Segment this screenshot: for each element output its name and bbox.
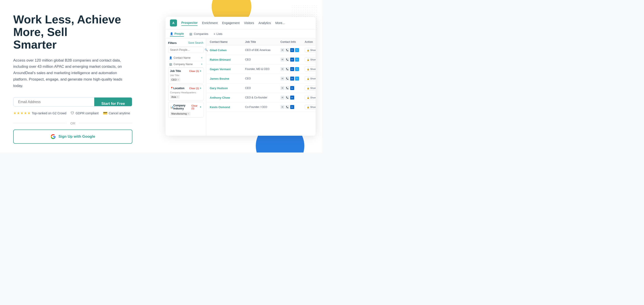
tag-ceo-remove[interactable]: × — [178, 78, 179, 81]
save-search-button[interactable]: Save Search — [188, 41, 204, 44]
nav-prospector[interactable]: Prospector — [182, 20, 198, 26]
twitter-icon[interactable]: 𝕏 — [295, 58, 299, 62]
twitter-icon[interactable]: 𝕏 — [295, 76, 299, 80]
lock-icon: 🔒 — [307, 78, 310, 80]
company-name-label: Company Name — [174, 63, 193, 66]
show-contact-james[interactable]: 🔒 Show Contact — [305, 76, 316, 81]
people-icon: 👤 — [170, 32, 173, 35]
show-contact-gagan[interactable]: 🔒 Show Contact — [305, 67, 316, 72]
location-icon: 📍 — [170, 87, 174, 90]
start-free-button[interactable]: Start for Free — [94, 98, 132, 106]
email-icon: ✉ — [280, 58, 284, 62]
table-row: James Bouine CEO ✉ 📞 in 𝕏 🔒 Show Contact — [206, 74, 316, 84]
page-wrapper: Work Less, Achieve More, Sell Smarter Ac… — [0, 0, 322, 152]
job-title-sub: Job Title: — [170, 74, 202, 76]
contact-info-gilad: ✉ 📞 in 𝕏 — [280, 48, 305, 52]
contact-info-kevin: ✉ 📞 in — [280, 105, 305, 109]
th-contact-info: Contact Info — [280, 40, 305, 44]
table-row: Gary Hudson CEO ✉ 📞 in 🔒 Show Contact Oh… — [206, 84, 316, 93]
phone-icon: 📞 — [285, 86, 289, 90]
show-contact-anthony[interactable]: 🔒 Show Contact — [305, 95, 316, 100]
contact-name-anthony[interactable]: Anthony Chow — [210, 96, 245, 99]
job-title-filter-section: Job Title Clear (1) + Job Title: CEO × — [168, 68, 204, 84]
contact-name-add[interactable]: + — [201, 56, 202, 59]
tag-asia-remove[interactable]: × — [177, 96, 178, 98]
linkedin-icon[interactable]: in — [290, 67, 294, 71]
job-title-header: Job Title Clear (1) + — [170, 70, 202, 72]
cancel-badge: 💳 Cancel anytime — [103, 111, 130, 115]
nav-visitors[interactable]: Visitors — [244, 20, 254, 26]
tag-asia-label: Asia — [172, 96, 176, 98]
location-filter-section: 📍 Location Clear (1) + Company Headquart… — [168, 85, 204, 101]
company-name-add[interactable]: + — [201, 63, 202, 66]
people-search-box[interactable]: 🔍 — [168, 47, 204, 53]
people-search-input[interactable] — [170, 48, 203, 52]
industry-add[interactable]: + — [200, 106, 201, 108]
linkedin-icon[interactable]: in — [290, 105, 294, 109]
contact-info-rahim: ✉ 📞 in 𝕏 — [280, 58, 305, 62]
phone-icon: 📞 — [285, 96, 289, 100]
show-contact-kevin[interactable]: 🔒 Show Contact — [305, 104, 316, 110]
card-icon: 💳 — [103, 111, 108, 115]
linkedin-icon[interactable]: in — [290, 76, 294, 80]
nav-engagement[interactable]: Engagement — [222, 20, 240, 26]
contact-name-rahim[interactable]: Rahim Bhimani — [210, 58, 245, 61]
industry-clear[interactable]: Clear (1) — [191, 104, 199, 110]
twitter-icon[interactable]: 𝕏 — [295, 67, 299, 71]
job-title-clear[interactable]: Clear (1) — [189, 70, 199, 72]
gdpr-label: GDPR compliant — [76, 112, 98, 115]
location-add[interactable]: + — [200, 87, 201, 90]
lock-icon: 🔒 — [307, 106, 310, 108]
email-input[interactable] — [14, 98, 94, 106]
star-2: ★ — [17, 111, 20, 115]
email-icon: ✉ — [280, 105, 284, 109]
job-title-james: CEO — [245, 77, 280, 80]
location-sub: Company Headquarters: — [170, 91, 202, 94]
job-title-kevin: Co-Founder / CEO — [245, 106, 280, 108]
contact-name-label: Contact Name — [174, 56, 191, 59]
email-icon: ✉ — [280, 67, 284, 71]
tab-lists[interactable]: ≡ Lists — [214, 31, 222, 36]
description-text: Access over 120 million global B2B compa… — [13, 58, 128, 89]
nav-analytics[interactable]: Analytics — [258, 20, 271, 26]
contact-name-gagan[interactable]: Gagan Vermani — [210, 68, 245, 71]
job-title-add[interactable]: + — [200, 70, 201, 72]
company-name-filter[interactable]: 🏢 Company Name + — [168, 61, 204, 68]
contact-name-kevin[interactable]: Kevin Osmond — [210, 106, 245, 109]
show-contact-rahim[interactable]: 🔒 Show Contact — [305, 57, 316, 62]
linkedin-icon[interactable]: in — [290, 58, 294, 62]
tab-companies[interactable]: 🏢 Companies — [189, 31, 208, 36]
job-title-rahim: CEO — [245, 58, 280, 61]
star-5: ★ — [27, 111, 30, 115]
linkedin-icon[interactable]: in — [290, 96, 294, 100]
app-screenshot-card: A Prospector Enrichment Engagement Visit… — [166, 17, 316, 136]
lock-icon: 🔒 — [307, 68, 310, 70]
app-logo: A — [170, 20, 177, 26]
cancel-label: Cancel anytime — [109, 112, 130, 115]
location-clear[interactable]: Clear (1) — [189, 87, 199, 90]
nav-enrichment[interactable]: Enrichment — [202, 20, 218, 26]
contact-name-james[interactable]: James Bouine — [210, 77, 245, 80]
google-signup-button[interactable]: Sign Up with Google — [13, 130, 132, 144]
contact-name-gilad[interactable]: Gilad Cohen — [210, 48, 245, 52]
filters-label: Filters — [168, 41, 177, 44]
industry-filter-section: 📊 Company Industry Clear (1) + Manufactu… — [168, 102, 204, 118]
twitter-icon[interactable]: 𝕏 — [295, 48, 299, 52]
star-3: ★ — [20, 111, 24, 115]
linkedin-icon[interactable]: in — [290, 48, 294, 52]
tab-people[interactable]: 👤 People — [170, 31, 184, 37]
filter-top-row: Filters Save Search — [168, 41, 204, 44]
tag-manufacturing-remove[interactable]: × — [188, 112, 189, 115]
main-headline: Work Less, Achieve More, Sell Smarter — [13, 13, 150, 51]
show-contact-gilad[interactable]: 🔒 Show Contact — [305, 48, 316, 52]
contact-name-gary[interactable]: Gary Hudson — [210, 86, 245, 90]
linkedin-icon[interactable]: in — [290, 86, 294, 90]
company-name-icon: 🏢 — [169, 63, 172, 66]
nav-more[interactable]: More... — [275, 20, 285, 26]
contact-name-filter[interactable]: 👤 Contact Name + — [168, 55, 204, 61]
lock-icon: 🔒 — [307, 87, 310, 90]
companies-icon: 🏢 — [189, 32, 192, 36]
lock-icon: 🔒 — [307, 49, 310, 52]
star-rating: ★ ★ ★ ★ ★ — [13, 111, 30, 115]
show-contact-gary[interactable]: 🔒 Show Contact — [305, 86, 316, 90]
